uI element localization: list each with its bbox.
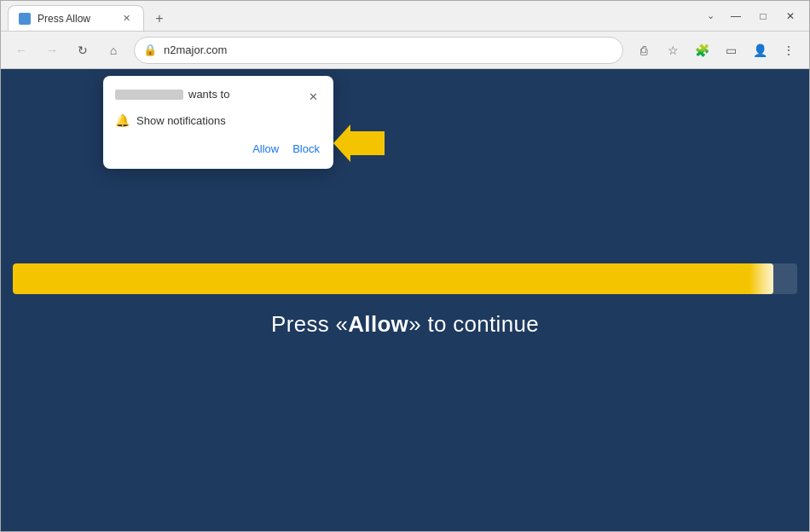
popup-title: wants to [115,88,229,101]
menu-button[interactable]: ⋮ [775,37,802,64]
popup-notification-label: Show notifications [136,114,226,127]
allow-keyword: Allow [348,311,408,337]
main-content: 98% Press «Allow» to continue [1,263,809,338]
popup-notification-row: 🔔 Show notifications [115,113,321,127]
popup-close-button[interactable]: ✕ [304,88,321,105]
close-button[interactable]: ✕ [778,4,802,28]
new-tab-button[interactable]: + [148,7,171,31]
bookmark-button[interactable]: ☆ [659,37,686,64]
block-button[interactable]: Block [291,139,321,159]
back-button[interactable]: ← [8,37,35,64]
home-button[interactable]: ⌂ [100,37,127,64]
progress-end-highlight [749,263,773,294]
tab-area: Press Allow ✕ + [8,1,695,31]
tab-label: Press Allow [38,13,113,25]
profile-button[interactable]: 👤 [746,37,773,64]
forward-button[interactable]: → [38,37,66,64]
svg-marker-0 [333,124,385,162]
lock-icon: 🔒 [143,43,157,56]
progress-container: 98% [13,263,797,294]
window-controls: ⌄ — □ ✕ [700,4,802,28]
title-bar: Press Allow ✕ + ⌄ — □ ✕ [1,1,809,32]
popup-site-name-blurred [115,90,183,100]
url-text: n2major.com [164,43,614,56]
tab-favicon [19,13,31,25]
page-content: wants to ✕ 🔔 Show notifications Allow Bl… [1,69,809,531]
tab-close-button[interactable]: ✕ [119,12,133,26]
progress-bar [13,263,773,294]
browser-window: Press Allow ✕ + ⌄ — □ ✕ ← → ↻ ⌂ 🔒 n2majo… [0,0,810,532]
chevron-down-button[interactable]: ⌄ [700,6,720,26]
refresh-button[interactable]: ↻ [69,37,96,64]
maximize-button[interactable]: □ [751,4,775,28]
popup-wants-to-label: wants to [188,88,229,101]
arrow-icon [333,124,385,162]
bell-icon: 🔔 [115,113,130,127]
arrow-indicator [333,124,385,165]
sidebar-button[interactable]: ▭ [717,37,744,64]
extensions-button[interactable]: 🧩 [688,37,715,64]
notification-popup: wants to ✕ 🔔 Show notifications Allow Bl… [103,76,333,169]
address-bar[interactable]: 🔒 n2major.com [134,37,623,64]
popup-actions: Allow Block [115,139,321,159]
allow-button[interactable]: Allow [251,139,281,159]
navigation-bar: ← → ↻ ⌂ 🔒 n2major.com ⎙ ☆ 🧩 ▭ 👤 ⋮ [1,32,809,69]
popup-header: wants to ✕ [115,88,321,105]
minimize-button[interactable]: — [724,4,748,28]
nav-actions: ⎙ ☆ 🧩 ▭ 👤 ⋮ [630,37,802,64]
instruction-text: Press «Allow» to continue [271,311,539,338]
share-button[interactable]: ⎙ [630,37,657,64]
active-tab[interactable]: Press Allow ✕ [8,5,144,31]
